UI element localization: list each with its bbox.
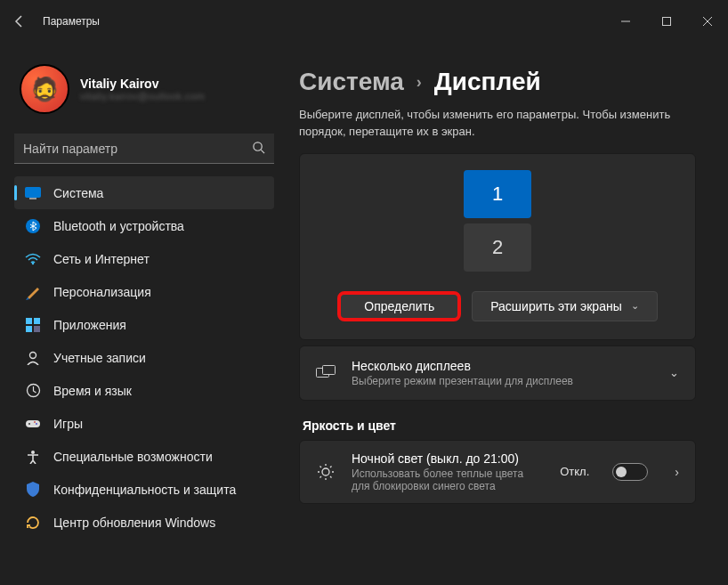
breadcrumb-parent[interactable]: Система (299, 68, 404, 96)
svg-rect-10 (26, 318, 32, 324)
extend-displays-dropdown[interactable]: Расширить эти экраны ⌄ (472, 291, 658, 321)
svg-rect-16 (26, 420, 40, 427)
svg-point-14 (30, 352, 36, 358)
nav-item-personalization[interactable]: Персонализация (14, 275, 274, 308)
svg-line-31 (320, 476, 322, 478)
svg-point-4 (254, 142, 262, 150)
svg-point-17 (28, 423, 30, 425)
svg-rect-12 (26, 326, 32, 332)
identify-button[interactable]: Определить (337, 291, 461, 321)
chevron-right-icon[interactable]: › (675, 465, 679, 479)
svg-rect-6 (26, 187, 41, 197)
apps-icon (25, 317, 41, 333)
breadcrumb-current: Дисплей (434, 68, 541, 96)
profile-email: vitaliy.kairov@outlook.com (80, 91, 205, 102)
night-light-subtitle: Использовать более теплые цвета для блок… (352, 467, 544, 492)
nav-list: Система Bluetooth и устройства Сеть и Ин… (14, 176, 274, 585)
svg-rect-13 (34, 326, 40, 332)
nav-item-network[interactable]: Сеть и Интернет (14, 242, 274, 275)
night-light-title: Ночной свет (выкл. до 21:00) (352, 451, 544, 466)
accessibility-icon (25, 449, 41, 465)
extend-displays-label: Расширить эти экраны (490, 299, 622, 313)
brightness-section-header: Яркость и цвет (303, 418, 696, 433)
main-content: Система › Дисплей Выберите дисплей, чтоб… (285, 43, 728, 585)
multiple-displays-title: Несколько дисплеев (352, 359, 653, 373)
nav-item-gaming[interactable]: Игры (14, 407, 274, 440)
nav-label: Конфиденциальность и защита (53, 483, 236, 497)
night-light-state: Откл. (560, 465, 589, 478)
svg-line-30 (330, 466, 332, 467)
svg-point-23 (322, 468, 329, 475)
nav-item-accounts[interactable]: Учетные записи (14, 341, 274, 374)
svg-rect-1 (663, 18, 671, 26)
nav-label: Система (53, 186, 103, 200)
system-icon (25, 185, 41, 201)
multiple-displays-subtitle: Выберите режим презентации для дисплеев (352, 375, 653, 387)
update-icon (25, 515, 41, 531)
chevron-down-icon: ⌄ (669, 366, 679, 379)
nav-label: Приложения (53, 318, 126, 332)
titlebar: Параметры (0, 0, 728, 43)
svg-point-19 (34, 421, 36, 423)
monitor-1[interactable]: 1 (464, 170, 531, 218)
display-arrangement-card: 1 2 Определить Расширить эти экраны ⌄ (299, 153, 696, 340)
multiple-displays-icon (316, 363, 336, 383)
svg-rect-7 (29, 198, 36, 199)
svg-line-28 (320, 466, 322, 467)
brightness-icon (316, 462, 336, 482)
avatar: 🧔 (20, 64, 69, 114)
sidebar: 🧔 Vitaliy Kairov vitaliy.kairov@outlook.… (0, 43, 285, 585)
breadcrumb: Система › Дисплей (299, 68, 696, 96)
search-icon (252, 141, 265, 157)
gamepad-icon (25, 416, 41, 432)
monitor-arrangement[interactable]: 1 2 (318, 170, 677, 272)
paintbrush-icon (25, 284, 41, 300)
back-button[interactable] (11, 14, 28, 28)
shield-icon (25, 482, 41, 498)
nav-item-bluetooth[interactable]: Bluetooth и устройства (14, 209, 274, 242)
svg-line-5 (261, 150, 264, 153)
nav-label: Игры (53, 417, 83, 431)
chevron-down-icon: ⌄ (631, 300, 639, 312)
nav-label: Персонализация (53, 285, 151, 299)
nav-label: Центр обновления Windows (53, 516, 215, 530)
person-icon (25, 350, 41, 366)
chevron-right-icon: › (417, 73, 422, 92)
search-input[interactable] (14, 134, 274, 164)
night-light-toggle[interactable] (612, 463, 648, 481)
app-title: Параметры (43, 15, 100, 28)
profile-block[interactable]: 🧔 Vitaliy Kairov vitaliy.kairov@outlook.… (14, 57, 274, 130)
nav-item-time-language[interactable]: Время и язык (14, 374, 274, 407)
close-button[interactable] (687, 7, 728, 36)
multiple-displays-row[interactable]: Несколько дисплеев Выберите режим презен… (299, 345, 696, 401)
nav-label: Bluetooth и устройства (53, 219, 184, 233)
nav-item-windows-update[interactable]: Центр обновления Windows (14, 506, 274, 539)
display-hint: Выберите дисплей, чтобы изменить его пар… (299, 107, 682, 141)
bluetooth-icon (25, 218, 41, 234)
nav-item-privacy[interactable]: Конфиденциальность и защита (14, 473, 274, 506)
nav-label: Время и язык (53, 384, 132, 398)
profile-name: Vitaliy Kairov (80, 77, 205, 91)
nav-item-system[interactable]: Система (14, 176, 274, 209)
svg-point-20 (31, 451, 35, 454)
night-light-row[interactable]: Ночной свет (выкл. до 21:00) Использоват… (299, 440, 696, 504)
nav-label: Учетные записи (53, 351, 146, 365)
maximize-button[interactable] (646, 7, 687, 36)
nav-label: Специальные возможности (53, 450, 213, 464)
wifi-icon (25, 251, 41, 267)
svg-point-18 (36, 423, 37, 425)
svg-point-9 (32, 262, 34, 264)
nav-label: Сеть и Интернет (53, 252, 150, 266)
minimize-button[interactable] (605, 7, 646, 36)
nav-item-accessibility[interactable]: Специальные возможности (14, 440, 274, 473)
svg-rect-11 (34, 318, 40, 324)
svg-line-29 (330, 476, 332, 478)
svg-rect-22 (323, 365, 336, 374)
nav-item-apps[interactable]: Приложения (14, 308, 274, 341)
monitor-2[interactable]: 2 (464, 223, 531, 272)
clock-globe-icon (25, 383, 41, 399)
